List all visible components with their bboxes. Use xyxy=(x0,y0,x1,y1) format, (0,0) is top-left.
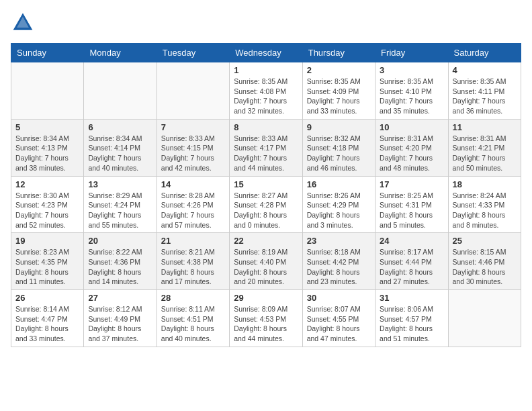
day-number: 16 xyxy=(307,179,371,189)
table-row: 20Sunrise: 8:22 AM Sunset: 4:36 PM Dayli… xyxy=(84,233,157,290)
day-info: Sunrise: 8:34 AM Sunset: 4:14 PM Dayligh… xyxy=(88,134,152,173)
day-info: Sunrise: 8:23 AM Sunset: 4:35 PM Dayligh… xyxy=(15,247,79,287)
table-row: 30Sunrise: 8:07 AM Sunset: 4:55 PM Dayli… xyxy=(302,290,375,347)
day-number: 12 xyxy=(15,179,79,189)
day-info: Sunrise: 8:35 AM Sunset: 4:09 PM Dayligh… xyxy=(307,77,371,116)
weekday-header-saturday: Saturday xyxy=(448,44,521,62)
day-number: 3 xyxy=(380,65,443,75)
day-number: 23 xyxy=(307,236,371,246)
day-info: Sunrise: 8:17 AM Sunset: 4:44 PM Dayligh… xyxy=(380,247,443,287)
calendar-table: SundayMondayTuesdayWednesdayThursdayFrid… xyxy=(11,43,521,347)
day-info: Sunrise: 8:12 AM Sunset: 4:49 PM Dayligh… xyxy=(88,304,152,344)
day-number: 28 xyxy=(161,293,225,303)
table-row: 29Sunrise: 8:09 AM Sunset: 4:53 PM Dayli… xyxy=(230,290,302,347)
day-info: Sunrise: 8:06 AM Sunset: 4:57 PM Dayligh… xyxy=(380,304,443,344)
weekday-header-sunday: Sunday xyxy=(11,44,84,62)
table-row xyxy=(448,290,521,347)
table-row: 16Sunrise: 8:26 AM Sunset: 4:29 PM Dayli… xyxy=(302,176,375,233)
weekday-header-friday: Friday xyxy=(375,44,448,62)
weekday-header-thursday: Thursday xyxy=(302,44,375,62)
day-info: Sunrise: 8:11 AM Sunset: 4:51 PM Dayligh… xyxy=(161,304,225,344)
table-row: 14Sunrise: 8:28 AM Sunset: 4:26 PM Dayli… xyxy=(157,176,229,233)
table-row: 4Sunrise: 8:35 AM Sunset: 4:11 PM Daylig… xyxy=(448,62,521,120)
weekday-header-tuesday: Tuesday xyxy=(157,44,229,62)
day-number: 26 xyxy=(15,293,79,303)
table-row: 31Sunrise: 8:06 AM Sunset: 4:57 PM Dayli… xyxy=(375,290,448,347)
weekday-header-monday: Monday xyxy=(84,44,157,62)
day-info: Sunrise: 8:09 AM Sunset: 4:53 PM Dayligh… xyxy=(234,304,298,344)
table-row: 3Sunrise: 8:35 AM Sunset: 4:10 PM Daylig… xyxy=(375,62,448,120)
day-number: 14 xyxy=(161,179,225,189)
day-number: 4 xyxy=(453,65,517,75)
day-info: Sunrise: 8:22 AM Sunset: 4:36 PM Dayligh… xyxy=(88,247,152,287)
day-info: Sunrise: 8:33 AM Sunset: 4:15 PM Dayligh… xyxy=(161,134,225,173)
day-number: 25 xyxy=(453,236,517,246)
table-row: 26Sunrise: 8:14 AM Sunset: 4:47 PM Dayli… xyxy=(11,290,84,347)
day-info: Sunrise: 8:18 AM Sunset: 4:42 PM Dayligh… xyxy=(307,247,371,287)
calendar-week-row: 26Sunrise: 8:14 AM Sunset: 4:47 PM Dayli… xyxy=(11,290,521,347)
day-number: 27 xyxy=(88,293,152,303)
day-number: 1 xyxy=(234,65,298,75)
weekday-header-wednesday: Wednesday xyxy=(230,44,302,62)
day-number: 2 xyxy=(307,65,371,75)
day-info: Sunrise: 8:35 AM Sunset: 4:10 PM Dayligh… xyxy=(380,77,443,116)
table-row: 15Sunrise: 8:27 AM Sunset: 4:28 PM Dayli… xyxy=(230,176,302,233)
table-row: 10Sunrise: 8:31 AM Sunset: 4:20 PM Dayli… xyxy=(375,119,448,176)
day-info: Sunrise: 8:33 AM Sunset: 4:17 PM Dayligh… xyxy=(234,134,298,173)
table-row: 25Sunrise: 8:15 AM Sunset: 4:46 PM Dayli… xyxy=(448,233,521,290)
day-number: 30 xyxy=(307,293,371,303)
table-row: 17Sunrise: 8:25 AM Sunset: 4:31 PM Dayli… xyxy=(375,176,448,233)
table-row: 11Sunrise: 8:31 AM Sunset: 4:21 PM Dayli… xyxy=(448,119,521,176)
day-number: 18 xyxy=(453,179,517,189)
day-info: Sunrise: 8:26 AM Sunset: 4:29 PM Dayligh… xyxy=(307,191,371,230)
logo-icon xyxy=(11,11,35,35)
day-info: Sunrise: 8:31 AM Sunset: 4:20 PM Dayligh… xyxy=(380,134,443,173)
day-info: Sunrise: 8:27 AM Sunset: 4:28 PM Dayligh… xyxy=(234,191,298,230)
day-number: 20 xyxy=(88,236,152,246)
day-number: 15 xyxy=(234,179,298,189)
day-number: 10 xyxy=(380,122,443,132)
table-row: 12Sunrise: 8:30 AM Sunset: 4:23 PM Dayli… xyxy=(11,176,84,233)
table-row: 24Sunrise: 8:17 AM Sunset: 4:44 PM Dayli… xyxy=(375,233,448,290)
day-number: 13 xyxy=(88,179,152,189)
table-row xyxy=(11,62,84,120)
table-row: 5Sunrise: 8:34 AM Sunset: 4:13 PM Daylig… xyxy=(11,119,84,176)
calendar-week-row: 5Sunrise: 8:34 AM Sunset: 4:13 PM Daylig… xyxy=(11,119,521,176)
day-number: 31 xyxy=(380,293,443,303)
calendar-week-row: 19Sunrise: 8:23 AM Sunset: 4:35 PM Dayli… xyxy=(11,233,521,290)
table-row: 9Sunrise: 8:32 AM Sunset: 4:18 PM Daylig… xyxy=(302,119,375,176)
weekday-header-row: SundayMondayTuesdayWednesdayThursdayFrid… xyxy=(11,44,521,62)
day-info: Sunrise: 8:07 AM Sunset: 4:55 PM Dayligh… xyxy=(307,304,371,344)
day-info: Sunrise: 8:29 AM Sunset: 4:24 PM Dayligh… xyxy=(88,191,152,230)
day-number: 8 xyxy=(234,122,298,132)
day-number: 7 xyxy=(161,122,225,132)
day-number: 29 xyxy=(234,293,298,303)
table-row: 27Sunrise: 8:12 AM Sunset: 4:49 PM Dayli… xyxy=(84,290,157,347)
table-row: 2Sunrise: 8:35 AM Sunset: 4:09 PM Daylig… xyxy=(302,62,375,120)
day-info: Sunrise: 8:21 AM Sunset: 4:38 PM Dayligh… xyxy=(161,247,225,287)
day-info: Sunrise: 8:25 AM Sunset: 4:31 PM Dayligh… xyxy=(380,191,443,230)
day-info: Sunrise: 8:35 AM Sunset: 4:08 PM Dayligh… xyxy=(234,77,298,116)
table-row: 7Sunrise: 8:33 AM Sunset: 4:15 PM Daylig… xyxy=(157,119,229,176)
day-info: Sunrise: 8:30 AM Sunset: 4:23 PM Dayligh… xyxy=(15,191,79,230)
page-header xyxy=(11,11,521,35)
calendar-week-row: 12Sunrise: 8:30 AM Sunset: 4:23 PM Dayli… xyxy=(11,176,521,233)
day-number: 9 xyxy=(307,122,371,132)
table-row: 18Sunrise: 8:24 AM Sunset: 4:33 PM Dayli… xyxy=(448,176,521,233)
day-info: Sunrise: 8:31 AM Sunset: 4:21 PM Dayligh… xyxy=(453,134,517,173)
day-info: Sunrise: 8:19 AM Sunset: 4:40 PM Dayligh… xyxy=(234,247,298,287)
table-row xyxy=(157,62,229,120)
table-row xyxy=(84,62,157,120)
day-number: 11 xyxy=(453,122,517,132)
day-info: Sunrise: 8:15 AM Sunset: 4:46 PM Dayligh… xyxy=(453,247,517,287)
table-row: 21Sunrise: 8:21 AM Sunset: 4:38 PM Dayli… xyxy=(157,233,229,290)
day-info: Sunrise: 8:32 AM Sunset: 4:18 PM Dayligh… xyxy=(307,134,371,173)
day-info: Sunrise: 8:28 AM Sunset: 4:26 PM Dayligh… xyxy=(161,191,225,230)
table-row: 8Sunrise: 8:33 AM Sunset: 4:17 PM Daylig… xyxy=(230,119,302,176)
day-number: 17 xyxy=(380,179,443,189)
table-row: 1Sunrise: 8:35 AM Sunset: 4:08 PM Daylig… xyxy=(230,62,302,120)
day-number: 5 xyxy=(15,122,79,132)
day-info: Sunrise: 8:35 AM Sunset: 4:11 PM Dayligh… xyxy=(453,77,517,116)
table-row: 13Sunrise: 8:29 AM Sunset: 4:24 PM Dayli… xyxy=(84,176,157,233)
day-number: 19 xyxy=(15,236,79,246)
